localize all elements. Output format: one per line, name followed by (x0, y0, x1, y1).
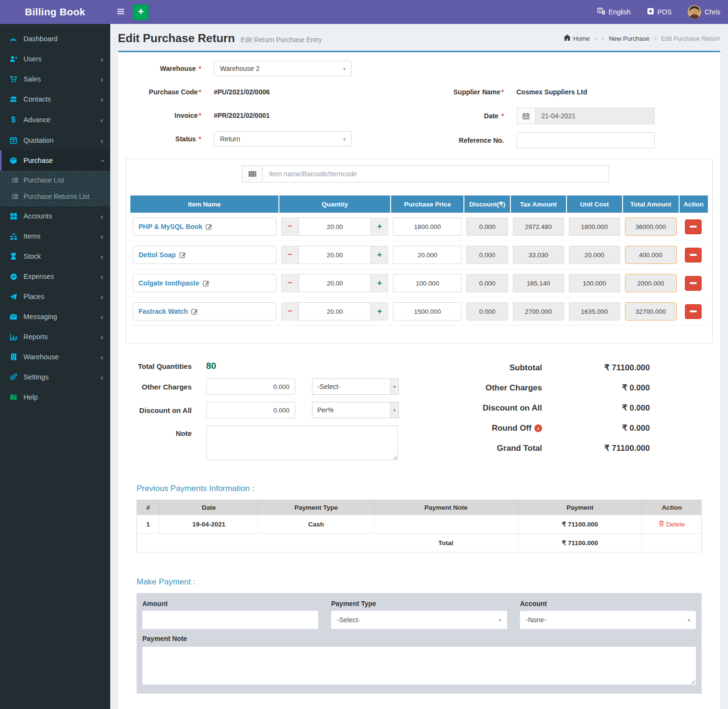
other-charges-input[interactable] (206, 378, 295, 395)
item-name-link[interactable]: Fastrack Watch (139, 308, 188, 315)
breadcrumb: Home > > New Purchase > Edit Purchase Re… (564, 34, 720, 42)
select-caret-icon: ▾ (390, 402, 398, 418)
purchase-price-input[interactable] (393, 217, 462, 236)
sidebar-item-items[interactable]: Items ‹ (0, 226, 110, 246)
sidebar-item-advance[interactable]: $ Advance ‹ (0, 109, 110, 130)
note-textarea[interactable] (206, 425, 398, 460)
select-caret-icon: ▾ (343, 137, 346, 142)
sidebar-item-quotation[interactable]: Quotation ‹ (0, 130, 110, 150)
delete-payment-button[interactable]: Delete (659, 520, 685, 528)
grand-total-label: Grand Total (497, 444, 542, 453)
sidebar-item-users[interactable]: Users ‹ (0, 49, 110, 69)
edit-item-icon[interactable] (203, 280, 209, 286)
total-amount-input (625, 274, 677, 292)
top-navbar: Billing Book English POS (0, 0, 728, 24)
page-title: Edit Purchase Return (118, 32, 235, 45)
breadcrumb-separator: > (654, 35, 657, 41)
discount-input (466, 246, 508, 264)
total-quantities-value: 80 (206, 361, 216, 371)
discount-type-select[interactable]: Per% ▾ (312, 402, 399, 418)
totals-zone: Total Quantities 80 Other Charges -Selec… (123, 361, 716, 468)
quantity-increase-button[interactable]: + (371, 246, 388, 264)
payment-type-select[interactable]: -Select- ▾ (331, 611, 507, 629)
sidebar-item-warehouse[interactable]: Warehouse ‹ (0, 347, 110, 367)
purchase-price-input[interactable] (393, 274, 462, 292)
sidebar-item-help[interactable]: Help (0, 387, 110, 407)
sidebar-item-messaging[interactable]: Messaging ‹ (0, 307, 110, 327)
quantity-input[interactable] (299, 246, 371, 264)
sidebar-item-purchase-returns-list[interactable]: Purchase Returns List (0, 188, 110, 205)
calendar-plus-icon (9, 137, 18, 144)
quantity-increase-button[interactable]: + (371, 274, 388, 292)
item-name-link[interactable]: Dettol Soap (139, 251, 176, 259)
quantity-decrease-button[interactable]: − (281, 302, 299, 320)
remove-item-button[interactable] (685, 304, 702, 319)
amount-input[interactable] (142, 611, 318, 629)
user-menu[interactable]: Chris (688, 5, 720, 19)
edit-item-icon[interactable] (191, 308, 198, 315)
unit-cost-input (569, 302, 620, 320)
other-charges-select[interactable]: -Select- ▾ (312, 378, 399, 395)
invoice-value: #PR/2021/02/0001 (214, 112, 270, 119)
account-select[interactable]: -None- ▾ (520, 611, 696, 629)
info-icon[interactable]: i (534, 424, 542, 432)
total-amount-input (625, 217, 677, 236)
sidebar-item-contacts[interactable]: Contacts ‹ (0, 89, 110, 109)
item-name-link[interactable]: Colgate toothpaste (139, 279, 199, 287)
summary: Subtotal ₹ 71100.000 Other Charges ₹ 0.0… (483, 361, 650, 468)
sidebar-item-purchase-list[interactable]: Purchase List (0, 172, 110, 188)
summary-other-charges-label: Other Charges (485, 383, 542, 393)
summary-discount-label: Discount on All (483, 403, 542, 413)
payments-header-row: # Date Payment Type Payment Note Payment… (137, 500, 702, 515)
edit-item-icon[interactable] (206, 223, 212, 230)
quantity-input[interactable] (299, 274, 371, 292)
head-form-left: Warehouse * Warehouse 2 ▾ Purchase Code*… (123, 61, 413, 157)
sidebar-toggle-button[interactable] (110, 0, 131, 24)
minus-icon (690, 254, 697, 256)
item-name-link[interactable]: PHP & MySQL Book (139, 223, 202, 230)
quick-add-button[interactable] (133, 4, 149, 20)
discount-on-all-input[interactable] (206, 402, 295, 418)
grid-squares-icon (9, 213, 18, 220)
remove-item-button[interactable] (685, 219, 702, 234)
quantity-decrease-button[interactable]: − (281, 217, 299, 236)
select-caret-icon: ▾ (499, 618, 501, 623)
chevron-left-icon: ‹ (101, 374, 103, 381)
item-search-input[interactable] (262, 165, 609, 183)
warehouse-select[interactable]: Warehouse 2 ▾ (214, 61, 352, 76)
supplier-value: Cosmex Suppliers Ltd (517, 88, 588, 96)
quantity-decrease-button[interactable]: − (281, 246, 299, 264)
payment-note-textarea[interactable] (142, 647, 696, 685)
quantity-input[interactable] (299, 302, 371, 320)
status-select[interactable]: Return ▾ (214, 131, 352, 147)
quantity-decrease-button[interactable]: − (281, 274, 299, 292)
pos-menu[interactable]: POS (647, 8, 672, 16)
edit-item-icon[interactable] (179, 252, 186, 258)
quantity-input[interactable] (299, 217, 371, 236)
purchase-price-input[interactable] (393, 302, 462, 320)
sidebar-item-settings[interactable]: Settings ‹ (0, 367, 110, 387)
sidebar-item-expenses[interactable]: Expenses ‹ (0, 266, 110, 286)
minus-icon (690, 226, 697, 228)
quantity-increase-button[interactable]: + (371, 302, 388, 320)
sidebar-item-sales[interactable]: Sales ‹ (0, 69, 110, 89)
payment-row: 1 19-04-2021 Cash ₹ 71100.000 Delete (137, 515, 702, 534)
sidebar-item-stock[interactable]: Stock ‹ (0, 246, 110, 266)
language-menu[interactable]: English (597, 8, 631, 16)
sidebar-item-purchase[interactable]: Purchase ‹ (0, 150, 110, 171)
sidebar-item-reports[interactable]: Reports ‹ (0, 327, 110, 347)
reference-input[interactable] (517, 132, 655, 149)
breadcrumb-new-purchase[interactable]: New Purchase (609, 35, 649, 42)
remove-item-button[interactable] (685, 276, 702, 291)
sidebar-item-places[interactable]: Places ‹ (0, 286, 110, 307)
breadcrumb-home[interactable]: Home (564, 34, 590, 42)
remove-item-button[interactable] (685, 248, 702, 263)
sidebar-item-dashboard[interactable]: Dashboard (0, 29, 110, 49)
sidebar-item-accounts[interactable]: Accounts ‹ (0, 206, 110, 226)
app-logo[interactable]: Billing Book (0, 0, 110, 24)
quantity-increase-button[interactable]: + (371, 217, 388, 236)
purchase-price-input[interactable] (393, 246, 462, 264)
date-input[interactable] (536, 108, 655, 124)
make-payment-section: Make Payment : Amount Payment Type -Sele… (123, 577, 716, 694)
payment-type: Cash (258, 515, 374, 534)
